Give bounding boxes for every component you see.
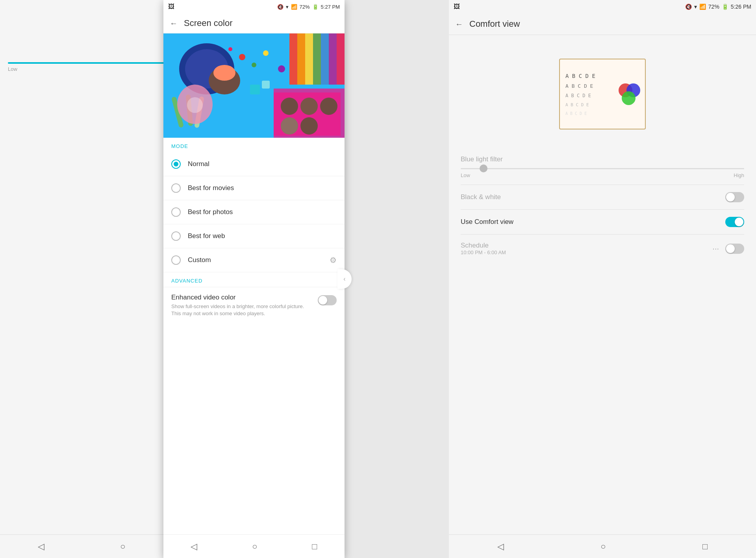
right-back-icon[interactable]: ← <box>455 20 463 29</box>
right-panel-content: Blue light filter Low High Black & white… <box>449 145 756 266</box>
custom-gear-icon[interactable]: ⚙ <box>330 255 337 265</box>
schedule-toggle-knob <box>726 244 735 253</box>
blue-light-filter-row: Blue light filter Low High <box>461 149 744 185</box>
right-back-nav-icon[interactable]: ◁ <box>497 541 504 552</box>
use-comfort-view-toggle[interactable] <box>725 217 744 227</box>
right-wifi-icon: ▾ <box>694 4 697 10</box>
right-time: 5:26 PM <box>731 4 751 10</box>
right-home-nav-icon[interactable]: ○ <box>600 541 606 552</box>
black-white-toggle-knob <box>726 193 735 201</box>
enhanced-video-title: Enhanced video color <box>171 294 313 301</box>
radio-photos[interactable] <box>171 207 181 217</box>
center-nav-bar: ◁ ○ □ <box>163 534 345 558</box>
comfort-text-lines: A B C D E A B C D E A B C D E A B C D E … <box>560 59 613 129</box>
radio-custom[interactable] <box>171 255 181 265</box>
black-white-toggle[interactable] <box>725 192 744 202</box>
center-home-nav-icon[interactable]: ○ <box>252 541 257 552</box>
center-title-bar: ← Screen color <box>163 13 345 33</box>
center-battery-icon: 🔋 <box>312 4 319 10</box>
comfort-book-image: A B C D E A B C D E A B C D E A B C D E … <box>559 59 646 129</box>
schedule-title: Schedule <box>461 242 712 249</box>
svg-point-11 <box>278 65 285 72</box>
svg-rect-22 <box>297 33 305 85</box>
right-title-bar: ← Comfort view <box>449 13 756 35</box>
svg-rect-29 <box>262 81 270 89</box>
radio-normal[interactable] <box>171 159 181 169</box>
black-white-label: Black & white <box>461 193 501 201</box>
black-white-row: Black & white <box>461 185 744 210</box>
mode-label-custom: Custom <box>188 256 211 264</box>
svg-point-9 <box>263 50 269 56</box>
center-image-icon: 🖼 <box>168 3 174 10</box>
svg-point-31 <box>187 97 203 113</box>
svg-point-18 <box>320 98 337 115</box>
radio-web[interactable] <box>171 231 181 241</box>
collapse-arrow[interactable]: ‹ <box>337 269 352 289</box>
svg-rect-23 <box>305 33 313 85</box>
comfort-book-container: A B C D E A B C D E A B C D E A B C D E … <box>449 47 756 141</box>
mode-section-label: MODE <box>163 138 345 152</box>
schedule-dots-icon[interactable]: ··· <box>712 244 719 253</box>
svg-point-10 <box>228 47 232 51</box>
enhanced-video-toggle[interactable] <box>318 295 337 305</box>
center-back-icon[interactable]: ← <box>170 19 178 28</box>
right-panel: 🖼 🔇 ▾ 📶 72% 🔋 5:26 PM ← Comfort view A B… <box>449 0 756 558</box>
svg-point-7 <box>239 54 245 60</box>
comfort-line-5: A B C D E <box>565 111 608 116</box>
right-nav-bar: ◁ ○ □ <box>449 534 756 558</box>
advanced-section: ADVANCED Enhanced video color Show full-… <box>163 272 345 323</box>
comfort-line-3: A B C D E <box>565 93 608 98</box>
blue-light-slider[interactable] <box>461 168 744 169</box>
svg-rect-28 <box>250 85 260 94</box>
schedule-toggle[interactable] <box>725 244 744 254</box>
mode-item-normal[interactable]: Normal <box>163 152 345 176</box>
mode-item-movies[interactable]: Best for movies <box>163 176 345 200</box>
comfort-line-4: A B C D E <box>565 102 608 107</box>
mode-label-normal: Normal <box>188 160 209 168</box>
comfort-color-wheel <box>613 59 645 129</box>
mode-section: MODE Normal Best for movies Best for pho… <box>163 138 345 534</box>
mode-item-web[interactable]: Best for web <box>163 224 345 248</box>
center-signal-icon: 📶 <box>291 4 297 10</box>
svg-point-16 <box>281 98 298 115</box>
right-screen-title: Comfort view <box>469 19 520 29</box>
mode-label-web: Best for web <box>188 232 225 240</box>
center-recent-nav-icon[interactable]: □ <box>312 541 317 552</box>
right-recent-nav-icon[interactable]: □ <box>702 541 708 552</box>
right-battery-icon: 🔋 <box>722 4 728 10</box>
enhanced-video-row: Enhanced video color Show full-screen vi… <box>163 287 345 323</box>
hero-image-inner <box>163 33 345 138</box>
blue-light-slider-thumb[interactable] <box>480 164 487 172</box>
center-time: 5:27 PM <box>321 4 340 10</box>
svg-rect-24 <box>313 33 321 85</box>
schedule-row: Schedule 10:00 PM - 6:00 AM ··· <box>461 235 744 262</box>
mode-label-photos: Best for photos <box>188 208 233 216</box>
circle-green <box>622 91 636 105</box>
schedule-time: 10:00 PM - 6:00 AM <box>461 249 712 255</box>
comfort-line-1: A B C D E <box>565 73 608 79</box>
right-image-icon: 🖼 <box>454 3 460 10</box>
hero-image <box>163 33 345 138</box>
center-back-nav-icon[interactable]: ◁ <box>191 541 197 552</box>
svg-point-19 <box>281 117 298 135</box>
svg-rect-25 <box>321 33 329 85</box>
svg-rect-21 <box>289 33 297 85</box>
left-home-nav-icon[interactable]: ○ <box>120 541 125 552</box>
use-comfort-view-toggle-knob <box>735 218 743 226</box>
center-signal-percent: 72% <box>300 4 310 10</box>
enhanced-video-toggle-knob <box>319 296 327 305</box>
svg-point-6 <box>213 65 235 81</box>
color-circles <box>619 83 640 105</box>
center-mute-icon: 🔇 <box>277 4 284 10</box>
svg-point-8 <box>252 63 256 67</box>
radio-movies[interactable] <box>171 183 181 193</box>
center-screen-title: Screen color <box>184 18 233 28</box>
right-signal-percent: 72% <box>708 4 719 10</box>
slider-low-label: Low <box>8 66 17 72</box>
mode-item-custom[interactable]: Custom ⚙ <box>163 248 345 272</box>
right-signal-icon: 📶 <box>699 4 706 10</box>
left-back-nav-icon[interactable]: ◁ <box>38 541 44 552</box>
advanced-section-label: ADVANCED <box>163 272 345 287</box>
mode-item-photos[interactable]: Best for photos <box>163 200 345 224</box>
enhanced-video-text: Enhanced video color Show full-screen vi… <box>171 294 313 317</box>
